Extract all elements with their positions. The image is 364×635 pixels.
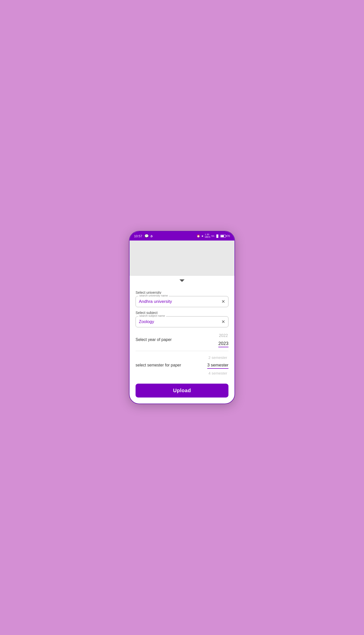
status-right: ⏰ ★ 1.30MB/S 5G ▐▌ 70 bbox=[197, 233, 230, 239]
signal-icon: ▐▌ bbox=[215, 234, 219, 237]
semester-item-above[interactable]: 2 semester bbox=[209, 355, 227, 360]
drag-indicator-area[interactable] bbox=[129, 276, 235, 284]
university-clear-icon[interactable]: ✕ bbox=[221, 299, 225, 304]
phone-frame: 10:57 💬 b ⏰ ★ 1.30MB/S 5G ▐▌ 70 Select u… bbox=[129, 231, 235, 404]
battery-icon bbox=[220, 235, 226, 237]
whatsapp-icon: 💬 bbox=[144, 234, 149, 238]
subject-value: Zoology bbox=[139, 319, 154, 324]
year-scroll[interactable]: 2022 2023 bbox=[218, 332, 228, 347]
semester-section: select semester for paper 2 semester 3 s… bbox=[136, 352, 228, 380]
speed-indicator: 1.30MB/S bbox=[205, 233, 210, 239]
ad-banner bbox=[129, 241, 235, 276]
university-field-inner: Andhra university ✕ bbox=[139, 299, 225, 304]
university-search-field[interactable]: search university name Andhra university… bbox=[136, 296, 228, 307]
time-display: 10:57 bbox=[134, 234, 142, 238]
status-bar: 10:57 💬 b ⏰ ★ 1.30MB/S 5G ▐▌ 70 bbox=[129, 231, 235, 241]
battery-fill bbox=[221, 235, 224, 237]
subject-field-inner: Zoology ✕ bbox=[139, 319, 225, 325]
year-item-selected[interactable]: 2023 bbox=[218, 340, 228, 347]
chevron-down-icon bbox=[179, 279, 185, 282]
divider bbox=[136, 351, 228, 351]
university-value: Andhra university bbox=[139, 299, 172, 304]
subject-clear-icon[interactable]: ✕ bbox=[221, 319, 225, 325]
subject-field-legend: search subject name bbox=[138, 314, 166, 317]
upload-button[interactable]: Upload bbox=[136, 384, 228, 398]
bing-icon: b bbox=[151, 234, 153, 238]
subject-search-field[interactable]: search subject name Zoology ✕ bbox=[136, 316, 228, 327]
bluetooth-icon: ★ bbox=[201, 234, 204, 238]
year-item-above[interactable]: 2022 bbox=[219, 332, 228, 339]
semester-selector-label: select semester for paper bbox=[136, 363, 181, 367]
semester-scroll[interactable]: 2 semester 3 semester 4 semester bbox=[207, 355, 228, 376]
form-area: Select university search university name… bbox=[129, 284, 235, 380]
battery-percent: 70 bbox=[227, 234, 230, 237]
year-selector-section: Select year of paper 2022 2023 bbox=[136, 329, 228, 350]
status-left: 10:57 💬 b bbox=[134, 234, 153, 238]
network-indicator: 5G bbox=[211, 235, 214, 237]
university-field-legend: search university name bbox=[138, 294, 169, 297]
year-selector-label: Select year of paper bbox=[136, 337, 172, 342]
alarm-icon: ⏰ bbox=[197, 234, 200, 238]
semester-item-selected[interactable]: 3 semester bbox=[207, 362, 228, 369]
semester-item-below[interactable]: 4 semester bbox=[209, 370, 227, 376]
